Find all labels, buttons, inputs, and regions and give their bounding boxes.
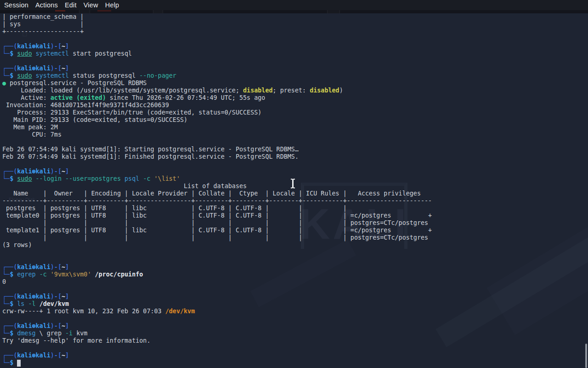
menu-item-actions[interactable]: Actions	[35, 0, 58, 10]
text-segment: kali⊛kali	[17, 322, 51, 329]
text-segment: CPU: 7ms	[2, 131, 62, 138]
terminal-line: ┌──(kali⊛kali)-[~]	[2, 322, 432, 330]
terminal-line: Feb 26 07:54:49 kali systemd[1]: Startin…	[2, 146, 432, 153]
text-segment	[121, 175, 124, 182]
text-segment: ┌──(	[2, 293, 17, 300]
text-segment: ┌──(	[2, 264, 17, 270]
text-segment: /proc/cpuinfo	[95, 271, 143, 278]
terminal-line: ┌──(kali⊛kali)-[~]	[2, 293, 432, 300]
text-segment: ~	[62, 264, 65, 270]
text-segment: $	[10, 359, 13, 366]
text-segment: kali⊛kali	[17, 168, 51, 175]
text-segment: $	[10, 50, 13, 57]
text-segment: )-[	[51, 352, 62, 359]
text-segment: ]	[65, 352, 69, 359]
text-segment: ]	[65, 264, 69, 270]
menu-item-edit[interactable]: Edit	[65, 0, 77, 10]
text-segment	[36, 271, 40, 278]
text-segment: psql	[124, 175, 139, 182]
text-segment: | performance_schema |	[2, 13, 84, 20]
terminal-line: template0 | postgres | UTF8 | libc | C.U…	[2, 212, 432, 219]
text-segment	[36, 300, 40, 307]
terminal-line	[2, 286, 432, 293]
terminal-line: ┌──(kali⊛kali)-[~]	[2, 43, 432, 50]
text-segment	[91, 271, 95, 278]
text-segment: ┌──(	[2, 65, 17, 72]
text-segment: $	[10, 72, 13, 79]
menu-item-help[interactable]: Help	[105, 0, 119, 10]
terminal-line: └─$ ls -l /dev/kvm	[2, 300, 432, 308]
text-segment: )	[339, 87, 343, 94]
terminal-line: | sys |	[2, 21, 432, 28]
terminal-line: crw-rw----+ 1 root kvm 10, 232 Feb 26 07…	[2, 308, 432, 315]
text-segment: postgres | postgres | UTF8 | libc | C.UT…	[2, 205, 347, 212]
text-segment: active (exited)	[51, 94, 106, 101]
terminal-line: ┌──(kali⊛kali)-[~]	[2, 352, 432, 359]
text-segment	[151, 175, 154, 182]
terminal-line: └─$ sudo systemctl status postgresql --n…	[2, 72, 432, 80]
terminal-line: 0	[2, 278, 432, 286]
terminal-line: | | | | | | | | postgres=CTc/postgres	[2, 234, 432, 242]
text-segment: $	[10, 271, 13, 278]
text-segment: \ grep	[36, 330, 66, 337]
text-segment: disabled	[310, 87, 339, 94]
terminal-line: template1 | postgres | UTF8 | libc | C.U…	[2, 227, 432, 234]
text-segment: --user=postgres	[65, 175, 121, 182]
terminal-line: Loaded: loaded (/usr/lib/systemd/system/…	[2, 87, 432, 94]
terminal-line: └─$ dmesg \ grep -i kvm	[2, 330, 432, 337]
text-segment: /dev/kvm	[165, 308, 195, 315]
text-segment: -c	[40, 271, 47, 278]
text-segment: List of databases	[2, 183, 247, 190]
text-segment: 0	[2, 278, 6, 285]
terminal-line: ● postgresql.service - PostgreSQL RDBMS	[2, 80, 432, 87]
terminal-line: Process: 29133 ExecStart=/bin/true (code…	[2, 109, 432, 116]
text-segment: Invocation: 4681d0715e1f4f9e9371f4d3cc26…	[2, 102, 169, 109]
menu-item-session[interactable]: Session	[4, 0, 28, 10]
scrollbar-thumb[interactable]	[585, 344, 587, 368]
terminal-line: Feb 26 07:54:49 kali systemd[1]: Finishe…	[2, 153, 432, 161]
text-segment: Feb 26 07:54:49 kali systemd[1]: Startin…	[2, 146, 299, 153]
menu-item-view[interactable]: View	[84, 0, 98, 10]
text-segment: └─	[2, 359, 10, 366]
terminal-line: ┌──(kali⊛kali)-[~]	[2, 264, 432, 271]
text-segment: ~	[62, 293, 65, 300]
terminal-output: | performance_schema || sys |+----------…	[2, 13, 432, 367]
text-segment: --login	[36, 175, 62, 182]
text-segment: ~	[62, 43, 65, 50]
text-segment	[32, 50, 36, 57]
terminal-line: ┌──(kali⊛kali)-[~]	[2, 65, 432, 72]
terminal-line: └─$ egrep -c '9vmx\svm0' /proc/cpuinfo	[2, 271, 432, 278]
text-segment: sudo	[17, 175, 32, 182]
text-segment: postgresql.service - PostgreSQL RDBMS	[6, 80, 147, 86]
text-segment: )-[	[51, 65, 62, 72]
terminal-line: └─$ sudo systemctl start postgresql	[2, 50, 432, 58]
text-segment: template0 | postgres | UTF8 | libc | C.U…	[2, 212, 432, 219]
text-segment: disabled	[243, 87, 273, 94]
text-segment: crw-rw----+ 1 root kvm 10, 232 Feb 26 07…	[2, 308, 165, 315]
text-segment	[47, 271, 51, 278]
text-segment: Main PID: 29133 (code=exited, status=0/S…	[2, 116, 187, 123]
text-segment: )-[	[51, 322, 62, 329]
text-segment: ; preset:	[273, 87, 310, 94]
terminal-line: Active: active (exited) since Thu 2026-0…	[2, 94, 432, 102]
text-segment: | sys |	[2, 21, 84, 28]
text-segment: )-[	[51, 264, 62, 270]
text-segment: └─	[2, 300, 10, 307]
text-segment: '9vmx\svm0'	[51, 271, 91, 278]
text-segment: --no-pager	[139, 72, 176, 79]
text-segment: └─	[2, 50, 10, 57]
text-segment: ]	[65, 168, 69, 175]
text-segment: sudo	[17, 50, 32, 57]
text-segment: └─	[2, 72, 10, 79]
text-segment: -c	[143, 175, 150, 182]
text-segment: Process: 29133 ExecStart=/bin/true (code…	[2, 109, 261, 116]
text-segment: kali⊛kali	[17, 293, 51, 300]
terminal-line: Try 'dmesg --help' for more information.	[2, 337, 432, 345]
text-segment: Active:	[2, 94, 51, 101]
text-segment: Loaded: loaded (/usr/lib/systemd/system/…	[2, 87, 243, 94]
text-segment: ]	[65, 322, 69, 329]
text-segment: ]	[65, 65, 69, 72]
text-segment: Name | Owner | Encoding | Locale Provide…	[2, 190, 421, 197]
text-segment: systemctl	[36, 72, 69, 79]
text-segment: kali⊛kali	[17, 65, 51, 72]
